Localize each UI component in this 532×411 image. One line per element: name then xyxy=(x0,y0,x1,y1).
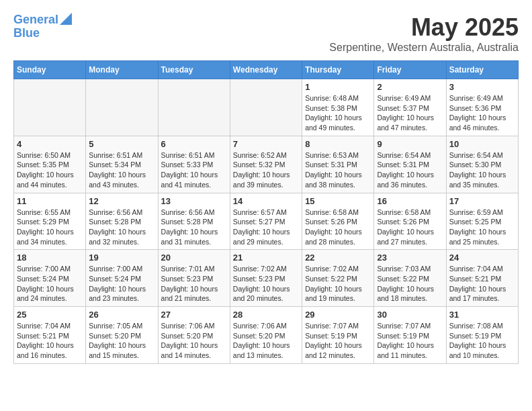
day-info: Sunrise: 6:49 AMSunset: 5:36 PMDaylight:… xyxy=(449,93,515,133)
day-info: Sunrise: 6:53 AMSunset: 5:31 PMDaylight:… xyxy=(305,150,371,190)
day-number: 12 xyxy=(89,196,154,206)
day-number: 4 xyxy=(17,139,83,149)
logo: General Blue xyxy=(13,13,72,40)
day-cell xyxy=(14,79,86,136)
day-cell: 7Sunrise: 6:52 AMSunset: 5:32 PMDaylight… xyxy=(230,136,302,193)
column-header-tuesday: Tuesday xyxy=(158,61,230,79)
month-title: May 2025 xyxy=(329,13,519,42)
calendar-table: SundayMondayTuesdayWednesdayThursdayFrid… xyxy=(13,60,519,364)
day-info: Sunrise: 7:07 AMSunset: 5:19 PMDaylight:… xyxy=(377,321,443,361)
day-info: Sunrise: 6:56 AMSunset: 5:28 PMDaylight:… xyxy=(89,208,154,247)
week-row-5: 25Sunrise: 7:04 AMSunset: 5:21 PMDayligh… xyxy=(14,307,519,364)
day-number: 2 xyxy=(377,82,443,92)
column-header-saturday: Saturday xyxy=(446,61,518,79)
day-info: Sunrise: 7:08 AMSunset: 5:19 PMDaylight:… xyxy=(449,321,515,361)
day-info: Sunrise: 6:56 AMSunset: 5:28 PMDaylight:… xyxy=(161,208,227,247)
day-info: Sunrise: 7:07 AMSunset: 5:19 PMDaylight:… xyxy=(305,321,371,361)
day-info: Sunrise: 7:04 AMSunset: 5:21 PMDaylight:… xyxy=(17,321,83,361)
day-number: 6 xyxy=(161,139,227,149)
week-row-4: 18Sunrise: 7:00 AMSunset: 5:24 PMDayligh… xyxy=(14,250,519,307)
page-header: General Blue May 2025 Serpentine, Wester… xyxy=(13,13,519,54)
day-cell xyxy=(158,79,230,136)
day-cell: 21Sunrise: 7:02 AMSunset: 5:23 PMDayligh… xyxy=(230,250,302,307)
day-number: 14 xyxy=(233,196,299,206)
day-cell xyxy=(230,79,302,136)
day-cell: 16Sunrise: 6:58 AMSunset: 5:26 PMDayligh… xyxy=(374,193,446,250)
day-cell: 8Sunrise: 6:53 AMSunset: 5:31 PMDaylight… xyxy=(302,136,374,193)
day-cell: 18Sunrise: 7:00 AMSunset: 5:24 PMDayligh… xyxy=(14,250,86,307)
day-info: Sunrise: 6:50 AMSunset: 5:35 PMDaylight:… xyxy=(17,150,83,190)
day-cell: 19Sunrise: 7:00 AMSunset: 5:24 PMDayligh… xyxy=(86,250,158,307)
title-section: May 2025 Serpentine, Western Australia, … xyxy=(329,13,519,54)
day-cell: 10Sunrise: 6:54 AMSunset: 5:30 PMDayligh… xyxy=(446,136,518,193)
day-number: 31 xyxy=(449,310,515,320)
day-cell: 31Sunrise: 7:08 AMSunset: 5:19 PMDayligh… xyxy=(446,307,518,364)
day-cell: 12Sunrise: 6:56 AMSunset: 5:28 PMDayligh… xyxy=(86,193,158,250)
day-info: Sunrise: 7:05 AMSunset: 5:20 PMDaylight:… xyxy=(89,321,154,361)
day-cell: 29Sunrise: 7:07 AMSunset: 5:19 PMDayligh… xyxy=(302,307,374,364)
day-info: Sunrise: 6:54 AMSunset: 5:31 PMDaylight:… xyxy=(377,150,443,190)
day-number: 8 xyxy=(305,139,371,149)
day-number: 15 xyxy=(305,196,371,206)
location: Serpentine, Western Australia, Australia xyxy=(329,42,519,54)
day-number: 17 xyxy=(449,196,515,206)
day-cell: 20Sunrise: 7:01 AMSunset: 5:23 PMDayligh… xyxy=(158,250,230,307)
day-cell: 9Sunrise: 6:54 AMSunset: 5:31 PMDaylight… xyxy=(374,136,446,193)
day-info: Sunrise: 7:03 AMSunset: 5:22 PMDaylight:… xyxy=(377,264,443,304)
day-number: 9 xyxy=(377,139,443,149)
day-info: Sunrise: 6:58 AMSunset: 5:26 PMDaylight:… xyxy=(305,208,371,247)
day-info: Sunrise: 6:59 AMSunset: 5:25 PMDaylight:… xyxy=(449,208,515,247)
day-number: 11 xyxy=(17,196,83,206)
day-number: 19 xyxy=(89,253,154,263)
svg-marker-0 xyxy=(60,13,72,25)
day-cell: 17Sunrise: 6:59 AMSunset: 5:25 PMDayligh… xyxy=(446,193,518,250)
day-info: Sunrise: 7:04 AMSunset: 5:21 PMDaylight:… xyxy=(449,264,515,304)
day-info: Sunrise: 7:06 AMSunset: 5:20 PMDaylight:… xyxy=(161,321,227,361)
logo-text-blue: Blue xyxy=(13,27,40,40)
day-number: 1 xyxy=(305,82,371,92)
column-header-friday: Friday xyxy=(374,61,446,79)
column-header-sunday: Sunday xyxy=(14,61,86,79)
day-info: Sunrise: 6:51 AMSunset: 5:34 PMDaylight:… xyxy=(89,150,154,190)
day-info: Sunrise: 7:00 AMSunset: 5:24 PMDaylight:… xyxy=(17,264,83,304)
logo-text: General xyxy=(13,13,58,27)
day-number: 5 xyxy=(89,139,154,149)
day-number: 7 xyxy=(233,139,299,149)
day-number: 13 xyxy=(161,196,227,206)
day-info: Sunrise: 6:49 AMSunset: 5:37 PMDaylight:… xyxy=(377,93,443,133)
day-number: 18 xyxy=(17,253,83,263)
day-cell: 28Sunrise: 7:06 AMSunset: 5:20 PMDayligh… xyxy=(230,307,302,364)
day-number: 23 xyxy=(377,253,443,263)
day-info: Sunrise: 6:55 AMSunset: 5:29 PMDaylight:… xyxy=(17,208,83,247)
day-cell xyxy=(86,79,158,136)
day-cell: 25Sunrise: 7:04 AMSunset: 5:21 PMDayligh… xyxy=(14,307,86,364)
day-cell: 1Sunrise: 6:48 AMSunset: 5:38 PMDaylight… xyxy=(302,79,374,136)
header-row: SundayMondayTuesdayWednesdayThursdayFrid… xyxy=(14,61,519,79)
day-info: Sunrise: 6:48 AMSunset: 5:38 PMDaylight:… xyxy=(305,93,371,133)
day-cell: 5Sunrise: 6:51 AMSunset: 5:34 PMDaylight… xyxy=(86,136,158,193)
day-info: Sunrise: 7:01 AMSunset: 5:23 PMDaylight:… xyxy=(161,264,227,304)
day-number: 29 xyxy=(305,310,371,320)
day-info: Sunrise: 6:58 AMSunset: 5:26 PMDaylight:… xyxy=(377,208,443,247)
day-info: Sunrise: 6:52 AMSunset: 5:32 PMDaylight:… xyxy=(233,150,299,190)
day-number: 16 xyxy=(377,196,443,206)
day-cell: 6Sunrise: 6:51 AMSunset: 5:33 PMDaylight… xyxy=(158,136,230,193)
logo-icon xyxy=(60,13,72,25)
day-cell: 22Sunrise: 7:02 AMSunset: 5:22 PMDayligh… xyxy=(302,250,374,307)
day-info: Sunrise: 7:00 AMSunset: 5:24 PMDaylight:… xyxy=(89,264,154,304)
day-number: 25 xyxy=(17,310,83,320)
day-cell: 27Sunrise: 7:06 AMSunset: 5:20 PMDayligh… xyxy=(158,307,230,364)
day-cell: 11Sunrise: 6:55 AMSunset: 5:29 PMDayligh… xyxy=(14,193,86,250)
week-row-3: 11Sunrise: 6:55 AMSunset: 5:29 PMDayligh… xyxy=(14,193,519,250)
day-number: 30 xyxy=(377,310,443,320)
day-cell: 23Sunrise: 7:03 AMSunset: 5:22 PMDayligh… xyxy=(374,250,446,307)
column-header-wednesday: Wednesday xyxy=(230,61,302,79)
week-row-1: 1Sunrise: 6:48 AMSunset: 5:38 PMDaylight… xyxy=(14,79,519,136)
day-cell: 24Sunrise: 7:04 AMSunset: 5:21 PMDayligh… xyxy=(446,250,518,307)
day-info: Sunrise: 7:02 AMSunset: 5:23 PMDaylight:… xyxy=(233,264,299,304)
column-header-monday: Monday xyxy=(86,61,158,79)
day-number: 24 xyxy=(449,253,515,263)
day-info: Sunrise: 6:54 AMSunset: 5:30 PMDaylight:… xyxy=(449,150,515,190)
day-cell: 26Sunrise: 7:05 AMSunset: 5:20 PMDayligh… xyxy=(86,307,158,364)
column-header-thursday: Thursday xyxy=(302,61,374,79)
